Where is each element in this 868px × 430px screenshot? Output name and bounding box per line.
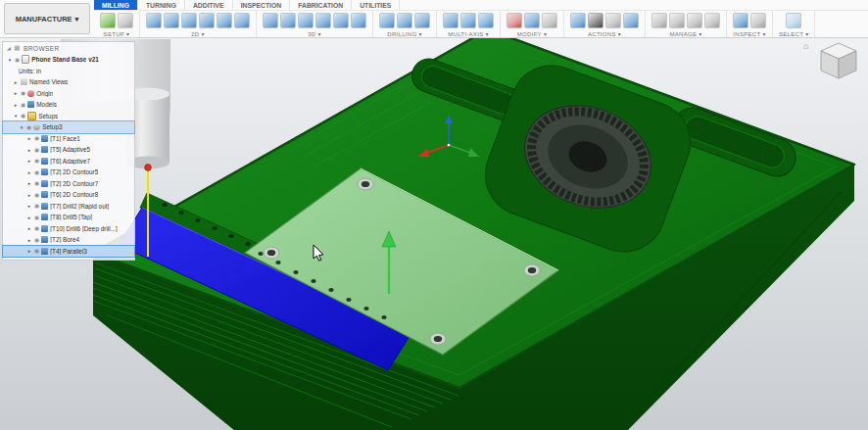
visibility-eye-icon[interactable]: ◉ (34, 225, 39, 231)
templates-icon[interactable] (669, 13, 685, 28)
browser-setups-row[interactable]: ▾ ◉ Setups (3, 111, 134, 122)
ramp-icon[interactable] (333, 13, 349, 28)
visibility-eye-icon[interactable]: ◉ (21, 90, 25, 96)
visibility-eye-icon[interactable]: ◉ (21, 113, 25, 119)
post-library-icon[interactable] (704, 13, 720, 28)
machine-library-icon[interactable] (687, 13, 702, 28)
tab-milling[interactable]: MILLING (94, 0, 138, 10)
tab-turning[interactable]: TURNING (138, 0, 185, 10)
group-select-dropdown[interactable]: SELECT ▾ (779, 30, 808, 37)
2d-pocket-icon[interactable] (164, 13, 179, 28)
drill-icon[interactable] (379, 13, 395, 28)
browser-units-row[interactable]: Units: in (3, 66, 134, 77)
visibility-eye-icon[interactable]: ◉ (21, 102, 25, 108)
browser-op-row[interactable]: ▸ ◉ [T2] 2D Contour7 (3, 178, 134, 190)
contour-icon[interactable] (315, 13, 331, 28)
group-3d-dropdown[interactable]: 3D ▾ (308, 30, 321, 37)
post-process-icon[interactable] (588, 13, 603, 28)
browser-op-row[interactable]: ▸ ◉ [T6] 2D Contour8 (3, 189, 134, 201)
browser-op-row-selected[interactable]: ▸ ◉ [T4] Parallel3 (3, 246, 134, 258)
section-analysis-icon[interactable] (750, 13, 766, 28)
visibility-eye-icon[interactable]: ◉ (34, 158, 39, 164)
group-setup-dropdown[interactable]: SETUP ▾ (104, 30, 130, 37)
expander-icon[interactable]: ▸ (26, 147, 32, 153)
workspace-selector[interactable]: MANUFACTURE ▾ (4, 3, 90, 34)
expander-icon[interactable]: ▸ (26, 237, 32, 243)
expander-icon[interactable]: ▸ (13, 79, 19, 85)
browser-op-row[interactable]: ▸ ◉ [T1] Face1 (3, 133, 134, 145)
slot-icon[interactable] (217, 13, 232, 28)
expander-icon[interactable]: ▸ (13, 90, 19, 96)
expander-icon[interactable]: ▾ (19, 124, 24, 130)
new-folder-icon[interactable] (118, 13, 133, 28)
tool-tip-point[interactable] (145, 165, 152, 171)
group-actions-dropdown[interactable]: ACTIONS ▾ (588, 30, 621, 37)
browser-op-row[interactable]: ▸ ◉ [T6] Adaptive7 (3, 156, 134, 167)
expander-icon[interactable]: ▸ (26, 180, 32, 186)
viewcube[interactable] (821, 43, 856, 78)
expander-icon[interactable]: ▸ (26, 169, 32, 175)
tab-additive[interactable]: ADDITIVE (185, 0, 233, 10)
trim-icon[interactable] (506, 13, 522, 28)
browser-models-row[interactable]: ▸ ◉ Models (3, 99, 134, 111)
tool-library-icon[interactable] (651, 13, 667, 28)
setup-sheet-icon[interactable] (605, 13, 621, 28)
multi-axis-contour-icon[interactable] (460, 13, 476, 28)
visibility-eye-icon[interactable]: ◉ (34, 135, 39, 141)
group-modify-dropdown[interactable]: MODIFY ▾ (517, 30, 547, 37)
expander-icon[interactable]: ▸ (13, 102, 19, 108)
expander-icon[interactable]: ▸ (26, 225, 32, 231)
expander-icon[interactable]: ▸ (26, 158, 32, 164)
browser-op-row[interactable]: ▸ ◉ [T2] 2D Contour5 (3, 167, 134, 178)
browser-op-row[interactable]: ▸ ◉ [T10] Drill6 [Deep drill...] (3, 223, 134, 235)
group-drilling-dropdown[interactable]: DRILLING ▾ (387, 30, 421, 37)
face-icon[interactable] (181, 13, 197, 28)
expander-icon[interactable]: ▸ (26, 215, 32, 220)
measure-icon[interactable] (733, 13, 748, 28)
tab-inspection[interactable]: INSPECTION (233, 0, 291, 10)
select-cursor-icon[interactable] (786, 13, 801, 28)
browser-document-row[interactable]: ▾ ◉ Phone Stand Base v21 (3, 54, 134, 66)
expander-icon[interactable]: ▸ (26, 248, 32, 254)
trace-icon[interactable] (234, 13, 250, 28)
adaptive-clearing-icon[interactable] (263, 13, 278, 28)
horizontal-icon[interactable] (351, 13, 366, 28)
visibility-eye-icon[interactable]: ◉ (34, 237, 39, 243)
browser-header[interactable]: ◢ ▦ BROWSER (3, 42, 134, 54)
expander-icon[interactable]: ▸ (26, 135, 32, 141)
group-2d-dropdown[interactable]: 2D ▾ (191, 30, 205, 37)
visibility-eye-icon[interactable]: ◉ (34, 215, 39, 220)
flow-icon[interactable] (478, 13, 494, 28)
browser-op-row[interactable]: ▸ ◉ [T2] Bore4 (3, 234, 134, 246)
visibility-eye-icon[interactable]: ◉ (15, 57, 20, 63)
expander-icon[interactable]: ▾ (13, 113, 19, 119)
parallel-icon[interactable] (298, 13, 313, 28)
visibility-eye-icon[interactable]: ◉ (34, 180, 39, 186)
delete-passes-icon[interactable] (524, 13, 540, 28)
bore-icon[interactable] (397, 13, 412, 28)
visibility-eye-icon[interactable]: ◉ (34, 203, 39, 209)
collapse-corner-icon[interactable]: ◢ (7, 45, 11, 51)
2d-contour-icon[interactable] (199, 13, 215, 28)
tab-utilities[interactable]: UTILITIES (352, 0, 400, 10)
visibility-eye-icon[interactable]: ◉ (34, 169, 39, 175)
browser-origin-row[interactable]: ▸ ◉ Origin (3, 88, 134, 100)
pocket-clearing-icon[interactable] (280, 13, 296, 28)
browser-op-row[interactable]: ▸ ◉ [T8] Drill5 [Tap] (3, 212, 134, 223)
browser-setup3-row[interactable]: ▾ ◉ Setup3 (3, 121, 134, 133)
tab-fabrication[interactable]: FABRICATION (290, 0, 352, 10)
viewcube-home-icon[interactable]: ⌂ (803, 41, 808, 51)
visibility-eye-icon[interactable]: ◉ (34, 192, 39, 198)
group-multi-axis-dropdown[interactable]: MULTI-AXIS ▾ (448, 30, 489, 37)
generate-icon[interactable] (623, 13, 639, 28)
browser-op-row[interactable]: ▸ ◉ [T7] Drill2 [Rapid out] (3, 201, 134, 213)
visibility-eye-icon[interactable]: ◉ (26, 124, 31, 130)
group-inspect-dropdown[interactable]: INSPECT ▾ (733, 30, 765, 37)
expander-icon[interactable]: ▾ (7, 57, 13, 63)
expander-icon[interactable]: ▸ (26, 192, 32, 198)
2d-adaptive-icon[interactable] (146, 13, 162, 28)
visibility-eye-icon[interactable]: ◉ (34, 248, 39, 254)
simulate-icon[interactable] (570, 13, 586, 28)
swarf-icon[interactable] (443, 13, 458, 28)
browser-named-views-row[interactable]: ▸ Named Views (3, 76, 134, 88)
